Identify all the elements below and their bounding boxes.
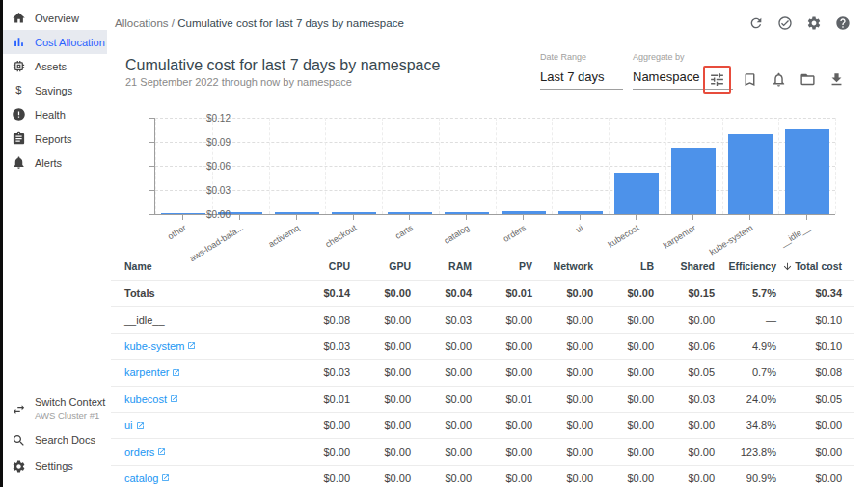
namespace-link-label: kubecost xyxy=(124,393,167,405)
cell-shared: $0.05 xyxy=(654,366,715,378)
cell-network: $0.00 xyxy=(532,366,593,378)
folder-button[interactable] xyxy=(798,69,818,90)
sidebar-item-search-docs[interactable]: Search Docs xyxy=(3,427,107,453)
cell-cpu: $0.00 xyxy=(289,446,350,458)
refresh-button[interactable] xyxy=(746,14,766,33)
check-circle-icon xyxy=(777,15,793,31)
bar-idle[interactable] xyxy=(785,129,829,214)
cell-pv: $0.00 xyxy=(472,419,532,431)
table-row-idle: __idle__$0.08$0.00$0.03$0.00$0.00$0.00$0… xyxy=(111,307,854,333)
gear-icon xyxy=(806,15,822,31)
cell-efficiency: 90.9% xyxy=(715,473,776,484)
column-header-pv[interactable]: PV xyxy=(472,260,532,272)
sidebar-item-reports[interactable]: Reports xyxy=(3,126,107,150)
column-header-cpu[interactable]: CPU xyxy=(289,260,350,272)
gridline xyxy=(382,118,383,214)
sidebar-item-label: Health xyxy=(35,109,66,121)
cell-shared: $0.15 xyxy=(654,287,715,299)
highlight-box xyxy=(703,66,731,94)
bar-activemq[interactable] xyxy=(275,212,319,214)
sidebar-item-settings[interactable]: Settings xyxy=(3,453,107,479)
cell-ram: $0.00 xyxy=(411,340,472,352)
cell-lb: $0.00 xyxy=(593,340,654,352)
column-header-total-cost[interactable]: Total cost xyxy=(776,260,842,272)
gear-button[interactable] xyxy=(804,14,824,33)
cell-gpu: $0.00 xyxy=(350,314,411,326)
main-content: Allocations / Cumulative cost for last 7… xyxy=(107,0,868,487)
cell-pv: $0.00 xyxy=(472,366,532,378)
download-button[interactable] xyxy=(827,69,847,90)
x-axis-tick-label: other xyxy=(166,223,188,241)
cell-cpu: $0.14 xyxy=(289,287,350,299)
x-axis-tick-label: karpenter xyxy=(662,223,698,251)
bar-kube-system[interactable] xyxy=(728,134,773,214)
cell-shared: $0.00 xyxy=(654,419,715,431)
bar-carts[interactable] xyxy=(388,212,432,214)
namespace-link[interactable]: karpenter xyxy=(124,366,180,378)
check-circle-button[interactable] xyxy=(775,14,795,33)
x-axis-tick xyxy=(523,215,524,220)
sidebar-item-cost-allocation[interactable]: Cost Allocation xyxy=(3,30,107,54)
breadcrumb-section[interactable]: Allocations xyxy=(115,17,169,29)
sidebar-item-savings[interactable]: $Savings xyxy=(3,78,107,102)
cell-pv: $0.01 xyxy=(472,393,532,405)
help-button[interactable] xyxy=(833,14,853,33)
bar-kubecost[interactable] xyxy=(614,173,659,214)
sidebar-item-label: Settings xyxy=(35,460,73,473)
column-header-network[interactable]: Network xyxy=(532,260,593,272)
x-axis-tick xyxy=(353,215,354,220)
cell-cpu: $0.01 xyxy=(289,393,350,405)
column-header-gpu[interactable]: GPU xyxy=(350,260,411,272)
cell-pv: $0.00 xyxy=(472,446,532,458)
date-range-select[interactable]: Last 7 days xyxy=(540,69,623,90)
bar-checkout[interactable] xyxy=(332,212,376,214)
tune-button[interactable] xyxy=(707,69,727,90)
bar-catalog[interactable] xyxy=(445,212,489,214)
column-header-lb[interactable]: LB xyxy=(593,260,654,272)
x-axis-tick xyxy=(580,215,581,220)
sidebar-item-overview[interactable]: Overview xyxy=(3,6,107,30)
namespace-link[interactable]: ui xyxy=(124,419,145,431)
column-header-efficiency[interactable]: Efficiency xyxy=(715,260,776,272)
sidebar: OverviewCost AllocationAssets$SavingsHea… xyxy=(3,0,107,487)
cell-ram: $0.00 xyxy=(411,446,472,458)
bookmark-button[interactable] xyxy=(740,69,760,90)
chart-plot xyxy=(154,118,835,215)
sidebar-item-switch-context[interactable]: Switch ContextAWS Cluster #1 xyxy=(3,391,107,427)
cell-efficiency: 5.7% xyxy=(715,287,776,299)
namespace-link[interactable]: orders xyxy=(124,446,166,458)
bar-karpenter[interactable] xyxy=(671,148,716,214)
bar-chart-icon xyxy=(12,35,26,49)
sidebar-item-assets[interactable]: Assets xyxy=(3,54,107,78)
x-axis-tick xyxy=(182,215,183,220)
y-axis-tick xyxy=(149,118,154,119)
folder-icon xyxy=(800,71,816,88)
namespace-link-label: karpenter xyxy=(124,366,169,378)
sidebar-item-health[interactable]: Health xyxy=(3,102,107,126)
sidebar-item-alerts[interactable]: Alerts xyxy=(3,150,107,175)
breadcrumb-page: Cumulative cost for last 7 days by names… xyxy=(177,17,404,29)
bell-outline-button[interactable] xyxy=(769,69,789,90)
namespace-link[interactable]: catalog xyxy=(124,473,170,484)
download-icon xyxy=(828,71,845,88)
column-header-ram[interactable]: RAM xyxy=(411,260,472,272)
page-title: Cumulative cost for last 7 days by names… xyxy=(125,57,440,74)
table-row-ui: ui$0.00$0.00$0.00$0.00$0.00$0.00$0.0034.… xyxy=(111,413,854,439)
cell-lb: $0.00 xyxy=(593,393,654,405)
bar-orders[interactable] xyxy=(502,211,546,214)
memory-icon xyxy=(12,59,26,73)
date-range-field: Date Range Last 7 days xyxy=(540,52,623,90)
bar-ui[interactable] xyxy=(558,211,603,214)
y-axis-tick-label: $0.12 xyxy=(192,113,231,123)
report-toolbar xyxy=(703,66,847,94)
breadcrumb: Allocations / Cumulative cost for last 7… xyxy=(115,17,404,29)
y-axis-tick xyxy=(149,190,154,191)
table-header-row: NameCPUGPURAMPVNetworkLBSharedEfficiency… xyxy=(111,253,854,281)
namespace-link[interactable]: kubecost xyxy=(124,393,178,405)
column-header-name[interactable]: Name xyxy=(124,260,289,272)
search-icon xyxy=(12,433,26,447)
namespace-link[interactable]: kube-system xyxy=(124,340,196,352)
switch-context-icon xyxy=(12,402,26,417)
table-row-totals: Totals$0.14$0.00$0.04$0.01$0.00$0.00$0.1… xyxy=(111,281,854,307)
column-header-shared[interactable]: Shared xyxy=(654,260,715,272)
